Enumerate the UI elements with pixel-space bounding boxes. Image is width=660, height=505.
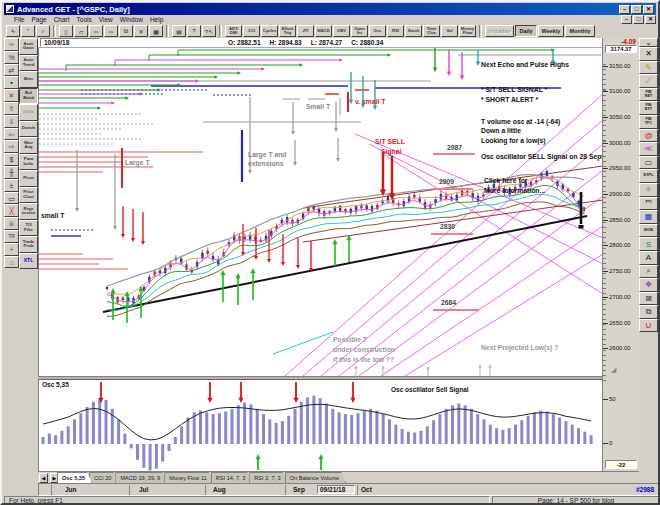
palette-study-price-clust[interactable]: Price Clust [19,187,38,204]
erase-study-icon[interactable]: ✕ [4,89,19,102]
mdi-restore-button[interactable]: □ [633,15,644,24]
collapse-button[interactable]: ⌄ [639,38,658,47]
cross-lines-icon[interactable]: ╳ [4,204,19,217]
context-help-icon[interactable]: ?↖ [202,25,216,37]
tr-lines-icon[interactable]: TR [4,230,19,243]
study-button-obv[interactable]: OBV [333,25,350,37]
menu-help[interactable]: Help [150,16,163,23]
restore-button[interactable]: □ [631,5,642,14]
tab-money-flow-11[interactable]: Money Flow 11 [164,472,214,483]
oscillator-pane[interactable]: Osc 5,35 Osc oscillator Sell Signal [38,379,602,471]
tab-rsi-2-7-3[interactable]: RSI 2, 7, 3 [249,472,287,483]
fib-retracement-button[interactable]: FIB RET [639,88,658,102]
study-button-stoch[interactable]: Stoch [405,25,422,37]
elliott-expl-button[interactable]: EXPL [639,169,658,183]
delete-page-icon[interactable]: ✕ [134,25,148,37]
arrow-right-icon[interactable]: ⇨ [4,140,19,153]
add-marker-icon[interactable]: + [4,243,19,256]
copy-tool-icon[interactable]: ⧉ [639,305,658,319]
study-button-elliott-trig[interactable]: Elliott Trig [279,25,296,37]
help-icon[interactable]: ? [187,25,201,37]
study-button-rsi[interactable]: RSI [387,25,404,37]
study-block-icon[interactable]: ▪ [4,76,19,89]
study-button-macd[interactable]: MACD [315,25,332,37]
palette-study-bias[interactable]: Bias [19,71,38,88]
period-button-weekly[interactable]: Weekly [538,25,565,37]
tab-on-balance-volume[interactable]: On Balance Volume [285,472,346,483]
study-button-open-int[interactable]: Open Int [351,25,368,37]
prev-page-icon[interactable]: ⇦ [89,25,103,37]
menu-tools[interactable]: Tools [77,16,92,23]
pointer-icon[interactable]: ϟ [6,25,20,37]
copy-page-icon[interactable]: ⧉ [119,25,133,37]
fib-time-button[interactable]: FIB TFC [639,115,658,129]
palette-study-xtl[interactable]: XTL [19,253,38,270]
palette-study-t-3-fibs[interactable]: T/3 Fibs [19,220,38,237]
tab-osc-5-35[interactable]: Osc 5,35 [57,472,92,483]
zoom-tool-icon[interactable]: ⌕ [639,265,658,279]
period-button-daily[interactable]: Daily [515,25,536,37]
tile-pages-icon[interactable]: ▦ [149,25,163,37]
ellipse-tool-icon[interactable]: S [639,237,658,251]
arrow-left-icon[interactable]: ⇦ [4,128,19,141]
study-button-cycles[interactable]: Cycles [261,25,278,37]
study-button-time-clus[interactable]: Time Clus [423,25,440,37]
print-icon[interactable]: ▤ [172,25,186,37]
palette-study-bol-band[interactable]: Bol Band [19,88,38,105]
open-page-icon[interactable]: ▱ [74,25,88,37]
tab-scroll-left[interactable]: ◀ [39,473,48,483]
arrow-up-icon[interactable]: ⇧ [4,102,19,115]
gann-fan-icon[interactable]: ≪ [639,142,658,156]
palette-study-delta[interactable]: Delta [19,104,38,121]
compress-scale-icon[interactable]: ± [4,179,19,192]
dollar-scale-icon[interactable]: $ [4,153,19,166]
arrow-down-icon[interactable]: ⇩ [4,115,19,128]
tab-macd-19-39-9[interactable]: MACD 19, 39, 9 [115,472,167,483]
menu-file[interactable]: File [14,16,24,23]
menu-page[interactable]: Page [31,16,46,23]
crosshair-icon[interactable]: ⊠ [639,292,658,306]
pencil-icon[interactable]: ✎ [639,61,658,75]
study-button-cci[interactable]: CCI [243,25,260,37]
palette-study-para-bolic[interactable]: Para bolic [19,154,38,171]
minimize-button[interactable]: – [619,5,630,14]
next-page-icon[interactable]: ⇨ [104,25,118,37]
spiral-icon[interactable]: @ [639,129,658,143]
tab-rsi-14-7-3[interactable]: RSI 14, 7, 3 [211,472,253,483]
period-button-monthly[interactable]: Monthly [565,25,594,37]
mdi-minimize-button[interactable]: – [621,15,632,24]
study-button-vol[interactable]: Vol [441,25,458,37]
menu-view[interactable]: View [99,16,113,23]
chart-link-text[interactable]: Click here for [484,177,528,184]
close-button[interactable]: ✕ [643,5,654,14]
text-tool-icon[interactable]: A [639,251,658,265]
box-tool-icon[interactable]: ▭ [4,192,19,205]
new-page-icon[interactable]: ▯ [59,25,73,37]
period-button-intraday[interactable]: Intraday [485,25,514,37]
snap-reset-icon[interactable]: ⇄ [4,64,19,77]
palette-study-mov-avg[interactable]: Mov Avg [19,137,38,154]
palette-study-pivot[interactable]: Pivot [19,170,38,187]
menu-chart[interactable]: Chart [54,16,70,23]
trendline-icon[interactable]: ⟋ [639,74,658,88]
palette-study-regr-ession[interactable]: Regr ession [19,203,38,220]
mdi-close-button[interactable]: ✕ [645,15,656,24]
mob-button[interactable]: MOB [639,224,658,238]
palette-study-auto-gann[interactable]: Auto Gann [19,38,38,55]
study-button-jti[interactable]: JTI [297,25,314,37]
tab-cci-20[interactable]: CCI 20 [89,472,118,483]
close-drawing-icon[interactable]: ✕ [639,47,658,61]
undo-icon[interactable]: U [639,319,658,333]
fib-extension-button[interactable]: FIB EXT [639,101,658,115]
menu-window[interactable]: Window [120,16,143,23]
study-button-money-flow[interactable]: Money Flow [459,25,476,37]
exit-tool-icon[interactable]: ⌂ [4,256,19,269]
rectangle-tool-icon[interactable]: ▭ [639,156,658,170]
zoom-icon[interactable]: ⌕ [36,25,50,37]
palette-study-auto-trend[interactable]: Auto Trend [19,55,38,72]
palette-icon[interactable]: ❖ [639,278,658,292]
palette-study-donch[interactable]: Donch [19,121,38,138]
shade-tool-icon[interactable]: ≣ [4,217,19,230]
study-button-osc[interactable]: Osc [369,25,386,37]
axis-resize-handle[interactable]: ◢ [611,366,616,374]
